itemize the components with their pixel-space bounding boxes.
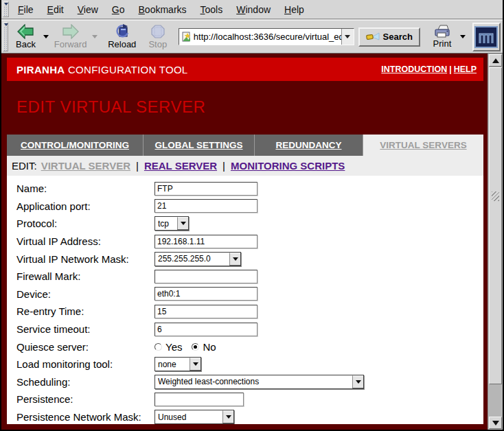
field-label: Persistence:	[16, 393, 154, 405]
virtual-ip-network-mask-select-value: 255.255.255.0	[158, 254, 227, 264]
menu-go[interactable]: Go	[105, 1, 132, 18]
field-label: Application port:	[16, 200, 154, 212]
toolbar-grippy-handle[interactable]	[3, 22, 8, 51]
quiesce-yes-radio[interactable]	[154, 343, 162, 351]
reentry-time-input[interactable]	[154, 305, 257, 318]
tab-control-monitoring[interactable]: CONTROL/MONITORING	[7, 135, 144, 156]
form-row: Persistence Network Mask: Unused	[16, 408, 483, 424]
reload-icon	[114, 24, 130, 39]
print-dropdown-arrow[interactable]	[460, 35, 466, 38]
field-label: Virtual IP Address:	[16, 235, 154, 247]
persistence-input[interactable]	[154, 393, 244, 406]
tab-bar: CONTROL/MONITORING GLOBAL SETTINGS REDUN…	[7, 135, 483, 156]
form-row: Load monitoring tool: none	[16, 356, 483, 373]
field-label: Persistence Network Mask:	[16, 411, 154, 423]
field-label: Re-entry Time:	[16, 305, 154, 317]
back-button[interactable]: Back	[10, 22, 41, 52]
scroll-down-button[interactable]	[489, 417, 502, 429]
menu-window[interactable]: Window	[229, 1, 277, 18]
page-content: PIRANHA CONFIGURATION TOOL INTRODUCTION|…	[7, 58, 483, 430]
form-row: Virtual IP Network Mask: 255.255.255.0	[16, 250, 483, 268]
device-input[interactable]	[154, 287, 257, 301]
search-button[interactable]: Search	[358, 27, 420, 47]
virtual-ip-network-mask-select[interactable]: 255.255.255.0	[154, 252, 241, 266]
url-dropdown-button[interactable]	[341, 29, 354, 45]
persistence-network-mask-select-value: Unused	[158, 412, 220, 422]
field-label: Virtual IP Network Mask:	[16, 253, 154, 265]
form-row: Device:	[16, 286, 483, 303]
header-links: INTRODUCTION|HELP	[381, 65, 477, 74]
url-bar	[179, 28, 354, 45]
forward-button[interactable]: Forward	[51, 22, 89, 52]
window-body: File Edit View Go Bookmarks Tools Window…	[1, 0, 503, 430]
form-row: Persistence:	[16, 391, 483, 408]
subnav-monitoring-scripts-link[interactable]: MONITORING SCRIPTS	[231, 160, 345, 172]
quiesce-server-radio-group: Yes No	[154, 341, 226, 353]
subnav-real-server-link[interactable]: REAL SERVER	[144, 160, 217, 172]
browser-window: File Edit View Go Bookmarks Tools Window…	[0, 0, 504, 431]
service-timeout-input[interactable]	[154, 323, 257, 336]
printer-icon	[433, 25, 451, 38]
mozilla-logo-icon	[474, 26, 498, 48]
arrow-up-icon	[492, 58, 499, 63]
scheduling-select-value: Weighted least-connections	[158, 377, 350, 386]
menu-edit[interactable]: Edit	[41, 1, 71, 18]
application-port-input[interactable]	[154, 199, 257, 213]
persistence-network-mask-select[interactable]: Unused	[154, 410, 234, 424]
menu-view[interactable]: View	[71, 1, 105, 18]
url-input[interactable]	[194, 32, 341, 42]
protocol-select[interactable]: tcp	[154, 216, 189, 231]
forward-icon	[62, 24, 80, 39]
stop-icon	[150, 24, 165, 39]
tab-global-settings[interactable]: GLOBAL SETTINGS	[144, 135, 255, 156]
form-row: Firewall Mark:	[16, 268, 483, 286]
field-label: Name:	[16, 183, 154, 194]
field-label: Firewall Mark:	[16, 270, 154, 282]
browser-viewport: PIRANHA CONFIGURATION TOOL INTRODUCTION|…	[1, 54, 503, 430]
dropdown-arrow-icon	[177, 217, 188, 230]
dropdown-arrow-icon	[222, 410, 233, 423]
flashlight-icon	[366, 32, 380, 43]
tab-virtual-servers[interactable]: VIRTUAL SERVERS	[363, 135, 483, 156]
menu-help[interactable]: Help	[277, 1, 311, 18]
scroll-up-button[interactable]	[489, 54, 502, 67]
scrollbar-thumb[interactable]	[489, 67, 502, 384]
arrow-down-icon	[492, 421, 499, 426]
subnav-virtual-server-link[interactable]: VIRTUAL SERVER	[41, 160, 130, 172]
radio-label: No	[203, 341, 216, 353]
edit-subnav: EDIT: VIRTUAL SERVER | REAL SERVER | MON…	[7, 156, 483, 176]
protocol-select-value: tcp	[158, 219, 174, 229]
virtual-ip-address-input[interactable]	[154, 235, 257, 248]
menu-file[interactable]: File	[11, 1, 41, 18]
scheduling-select[interactable]: Weighted least-connections	[154, 375, 364, 389]
piranha-header-band: PIRANHA CONFIGURATION TOOL INTRODUCTION|…	[7, 58, 483, 81]
toolbar-grippy-handle[interactable]	[3, 1, 9, 17]
menu-bookmarks[interactable]: Bookmarks	[132, 1, 194, 18]
mozilla-logo-button[interactable]	[472, 23, 501, 51]
menu-bar: File Edit View Go Bookmarks Tools Window…	[1, 0, 503, 19]
reload-button[interactable]: Reload	[106, 22, 139, 52]
tab-redundancy[interactable]: REDUNDANCY	[255, 135, 363, 156]
dropdown-arrow-icon	[352, 375, 363, 388]
form-row: Re-entry Time:	[16, 303, 483, 321]
print-button[interactable]: Print	[427, 22, 457, 52]
stop-button[interactable]: Stop	[143, 22, 173, 52]
field-label: Scheduling:	[16, 376, 154, 388]
back-dropdown-arrow[interactable]	[43, 35, 49, 38]
dropdown-arrow-icon	[190, 358, 201, 371]
load-monitoring-tool-select[interactable]: none	[154, 357, 201, 371]
load-monitoring-tool-select-value: none	[158, 360, 187, 369]
form-row: Protocol: tcp	[16, 215, 483, 233]
page-bookmark-icon	[181, 32, 192, 42]
thumb-grip-icon	[492, 191, 499, 201]
firewall-mark-input[interactable]	[154, 270, 257, 283]
introduction-link[interactable]: INTRODUCTION	[381, 65, 447, 74]
chevron-down-icon	[345, 35, 350, 38]
quiesce-no-radio[interactable]	[192, 343, 199, 351]
help-link[interactable]: HELP	[454, 65, 477, 74]
menu-tools[interactable]: Tools	[194, 1, 230, 18]
field-label: Service timeout:	[16, 323, 154, 335]
forward-dropdown-arrow[interactable]	[92, 35, 98, 38]
name-input[interactable]	[154, 182, 257, 196]
form-row: Service timeout:	[16, 321, 483, 338]
